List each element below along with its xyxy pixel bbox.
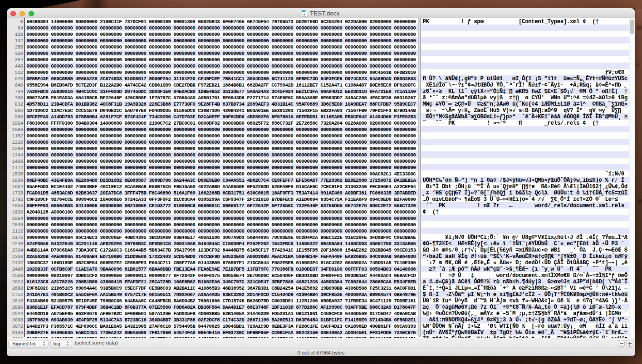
svg-text:a: a: [304, 12, 306, 16]
